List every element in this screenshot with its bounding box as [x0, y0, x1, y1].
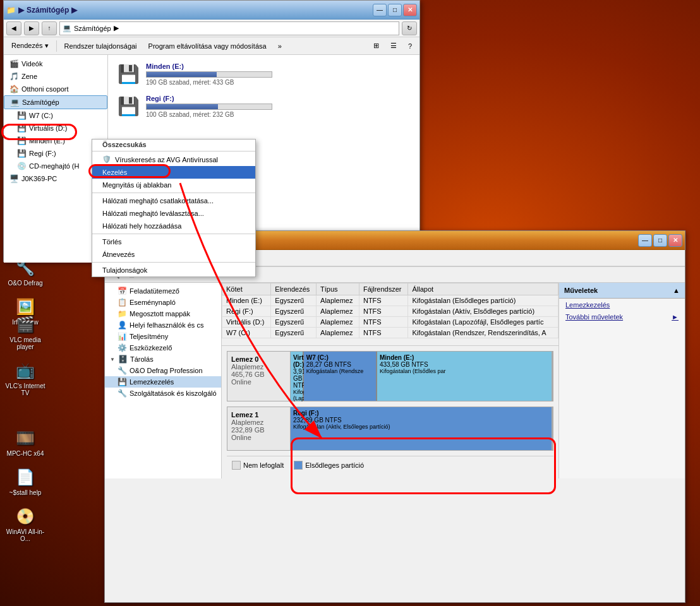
up-button[interactable]: ↑ [42, 21, 57, 35]
desktop-icon-vlc[interactable]: 🎬 VLC media player [3, 312, 47, 352]
maximize-button[interactable]: □ [388, 4, 402, 16]
otthoni-label: Otthoni csoport [21, 85, 69, 93]
legend-elsodleges: Elsődleges partíció [294, 461, 364, 470]
pr-minden-kotet: Minden (E:) [222, 295, 271, 306]
d0-minden-name: Minden (E:) [380, 354, 549, 361]
context-item-megnyitas[interactable]: Megnyitás új ablakban [92, 179, 255, 191]
sidebar-item-w7[interactable]: 💾 W7 (C:) [4, 109, 107, 122]
minden-icon: 💾 [16, 136, 27, 146]
legend-nem-lefoglalt: Nem lefoglalt [232, 461, 284, 470]
tarolas-label: Tárolás [130, 355, 154, 363]
refresh-button[interactable]: ↻ [402, 21, 417, 35]
sidebar-item-virtualis[interactable]: 💾 Virtuális (D:) [4, 122, 107, 134]
drive-minden-bar-fill [147, 72, 217, 77]
forward-button[interactable]: ▶ [24, 21, 39, 35]
drive-regi-info: Regi (F:) 100 GB szabad, méret: 232 GB [146, 95, 412, 118]
partition-row-w7[interactable]: W7 (C:) Egyszerű Alaplemez NTFS Kifogást… [222, 328, 558, 338]
context-item-torles[interactable]: Törlés [92, 235, 255, 248]
disk0-w7-block[interactable]: W7 (C:) 28,27 GB NTFS Kifogástalan (Rend… [304, 352, 377, 401]
sidebar-item-otthoni[interactable]: 🏠 Otthoni csoport [4, 83, 107, 95]
folder-icon: 📁 [6, 6, 16, 15]
j0k369-icon: 🖥️ [9, 174, 19, 184]
w7-icon: 💾 [16, 110, 27, 121]
sidebar-item-szamitogep[interactable]: 💻 Számítógép [4, 95, 107, 109]
help-button[interactable]: ? [403, 39, 417, 53]
tree-szolgaltatasok[interactable]: 🔧 Szolgáltatások és kiszolgáló [105, 388, 221, 399]
tree-feladatutemezo[interactable]: 📅 Feladatütemező [105, 285, 221, 297]
tree-teljesitmeny[interactable]: 📊 Teljesítmény [105, 331, 221, 342]
drive-regi-bar-bg [146, 104, 272, 110]
d0-minden-size: 433,58 GB NTFS [380, 361, 549, 368]
vlc-icon: 🎬 [15, 314, 35, 335]
view-list-button[interactable]: ☰ [385, 39, 402, 53]
tree-helyi[interactable]: 👤 Helyi felhasználók és cs [105, 319, 221, 331]
muveletek-lemezkezeles-item[interactable]: Lemezkezelés [559, 299, 685, 311]
rendezés-button[interactable]: Rendezés ▾ [6, 39, 54, 53]
disk0-virtualis-block[interactable]: Virtuális (D:) 3,91 GB NTFS Kifogástalan… [291, 352, 304, 401]
megosztott-label: Megosztott mappák [130, 310, 190, 318]
desktop-icon-vlc-tv[interactable]: 📺 VLC's Internet TV [3, 359, 47, 398]
szamitogep-label: Számítógép [22, 98, 59, 106]
view-layout-button[interactable]: ⊞ [368, 39, 384, 53]
disk-maximize-button[interactable]: □ [653, 234, 667, 247]
address-input[interactable]: 💻 Számítógép ▶ [59, 21, 399, 35]
pr-w7-allapot: Kifogástalan (Rendszer, Rendszerindítás,… [408, 328, 558, 338]
more-button[interactable]: » [273, 39, 287, 53]
explorer-title-arrow: ▶ [71, 6, 77, 15]
muveletek-tovabbi-arrow: ► [672, 313, 679, 321]
context-item-halozat2[interactable]: Hálózati meghajtó leválasztása... [92, 207, 255, 220]
pr-w7-fs: NTFS [359, 328, 408, 338]
context-item-halozat3[interactable]: Hálózati hely hozzáadása [92, 220, 255, 232]
partition-table-container: Kötet Elrendezés Típus Fájlrendszer Álla… [222, 283, 558, 346]
legend-elsodleges-color [294, 461, 303, 470]
tree-esemenynaplo[interactable]: 📋 Eseménynapló [105, 297, 221, 308]
muveletek-tovabbi[interactable]: További műveletek ► [559, 311, 685, 323]
tree-tarolas[interactable]: ▼ 🗄️ Tárolás [105, 354, 221, 365]
tree-eszkozkezelo[interactable]: ⚙️ Eszközkezelő [105, 342, 221, 354]
context-item-tulajdonsagok[interactable]: Tulajdonságok [92, 264, 255, 276]
partition-row-virtualis[interactable]: Virtuális (D:) Egyszerű Alaplemez NTFS K… [222, 317, 558, 328]
drive-minden-name: Minden (E:) [146, 62, 412, 70]
desktop-icon-install[interactable]: 📄 ~$stall help [3, 465, 47, 498]
halozat2-label: Hálózati meghajtó leválasztása... [102, 210, 204, 217]
sidebar-item-zene[interactable]: 🎵 Zene [4, 70, 107, 83]
drive-regi[interactable]: 💾 Regi (F:) 100 GB szabad, méret: 232 GB [113, 92, 414, 121]
back-button[interactable]: ◀ [6, 21, 21, 35]
disk0-minden-block[interactable]: Minden (E:) 433,58 GB NTFS Kifogástalan … [377, 352, 553, 401]
virtualis-icon: 💾 [16, 123, 27, 133]
disk-close-button[interactable]: ✕ [668, 234, 682, 247]
szamitogep-icon: 💻 [9, 97, 20, 107]
context-item-atnevezes[interactable]: Átnevezés [92, 248, 255, 261]
rendszer-button[interactable]: Rendszer tulajdonságai [59, 39, 142, 53]
minimize-button[interactable]: — [373, 4, 387, 16]
partition-row-regi[interactable]: Regi (F:) Egyszerű Alaplemez NTFS Kifogá… [222, 306, 558, 317]
th-tipus: Típus [317, 283, 359, 295]
context-item-halozat1[interactable]: Hálózati meghajtó csatlakoztatása... [92, 194, 255, 207]
muveletek-header: Műveletek ▲ [559, 283, 685, 299]
drive-minden[interactable]: 💾 Minden (E:) 190 GB szabad, méret: 433 … [113, 60, 414, 88]
eszkozkezelo-icon: ⚙️ [118, 343, 128, 352]
desktop-icon-winavi[interactable]: 📀 WinAVI All-in-O... [3, 504, 47, 544]
context-item-kezeles[interactable]: Kezelés [92, 166, 255, 179]
megosztott-icon: 📁 [118, 309, 128, 318]
tree-megosztott[interactable]: 📁 Megosztott mappák [105, 308, 221, 319]
close-button[interactable]: ✕ [403, 4, 417, 16]
oo-defrag-tree-label: O&O Defrag Profession [130, 367, 203, 374]
explorer-title-text: ▶ [18, 6, 24, 15]
vlc-tv-label: VLC's Internet TV [5, 383, 45, 396]
tree-lemezkezeles[interactable]: 💾 Lemezkezelés [105, 376, 221, 388]
pr-virtualis-tipus: Alaplemez [317, 317, 359, 328]
drive-minden-icon: 💾 [116, 63, 141, 85]
disk1-regi-block[interactable]: Regi (F:) 232,89 GB NTFS Kifogástalan (A… [291, 407, 553, 450]
tree-oo-defrag[interactable]: 🔧 O&O Defrag Profession [105, 365, 221, 376]
partition-row-minden[interactable]: Minden (E:) Egyszerű Alaplemez NTFS Kifo… [222, 295, 558, 306]
desktop-icon-mpc[interactable]: 🎞️ MPC-HC x64 [3, 426, 47, 459]
disk0-label: Lemez 0 Alaplemez 465,76 GB Online [227, 352, 291, 401]
program-button[interactable]: Program eltávolítása vagy módosítása [143, 39, 272, 53]
muveletek-panel: Műveletek ▲ Lemezkezelés További művelet… [558, 283, 685, 478]
disk-minimize-button[interactable]: — [638, 234, 652, 247]
install-icon: 📄 [15, 467, 35, 487]
context-item-avg[interactable]: 🛡️ Víruskeresés az AVG Antivírussal [92, 153, 255, 166]
sidebar-item-videok[interactable]: 🎬 Videók [4, 57, 107, 70]
eszkozkezelo-label: Eszközkezelő [130, 344, 172, 352]
